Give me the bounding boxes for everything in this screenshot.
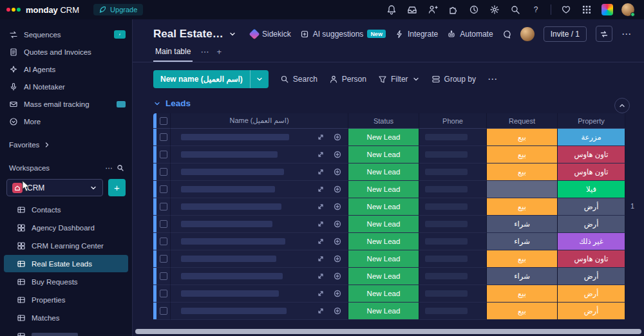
open-item-icon[interactable] xyxy=(317,133,325,141)
group-collapse-chevron-icon[interactable] xyxy=(153,100,161,107)
add-update-icon[interactable] xyxy=(334,133,341,141)
add-update-icon[interactable] xyxy=(334,185,341,193)
new-item-dropdown[interactable] xyxy=(250,70,269,88)
search-icon[interactable] xyxy=(507,2,524,17)
phone-cell[interactable] xyxy=(419,181,487,198)
property-cell[interactable]: أرض xyxy=(558,268,625,285)
name-cell[interactable] xyxy=(171,163,348,181)
collapse-header-button[interactable] xyxy=(614,98,630,113)
open-item-icon[interactable] xyxy=(317,238,325,245)
row-checkbox[interactable] xyxy=(160,307,167,315)
status-cell[interactable]: New Lead xyxy=(348,129,419,146)
board-member-avatar[interactable] xyxy=(520,27,535,41)
user-avatar[interactable] xyxy=(620,2,636,17)
group-by-tool[interactable]: Group by xyxy=(431,75,476,84)
sidebar-item-agency-dashboard[interactable]: Agency Dashboard xyxy=(4,219,128,236)
property-cell[interactable]: غير ذلك xyxy=(558,233,625,250)
sidebar-item-mass-email-tracking[interactable]: Mass email tracking xyxy=(0,95,132,113)
request-cell[interactable]: بيع xyxy=(487,129,558,146)
add-update-icon[interactable] xyxy=(334,255,341,263)
automate-button[interactable]: Automate xyxy=(447,30,493,39)
request-cell[interactable]: شراء xyxy=(487,233,558,250)
new-item-button[interactable]: New name (اسم العميل) xyxy=(153,70,269,88)
status-cell[interactable]: New Lead xyxy=(348,146,419,163)
person-filter-tool[interactable]: Person xyxy=(329,75,366,84)
row-checkbox[interactable] xyxy=(160,255,167,263)
workspace-selector[interactable]: CRM xyxy=(6,179,103,196)
row-checkbox[interactable] xyxy=(160,133,167,141)
sidebar-item-more[interactable]: More xyxy=(0,113,132,130)
name-cell[interactable] xyxy=(171,181,348,198)
add-update-icon[interactable] xyxy=(334,272,341,280)
add-update-icon[interactable] xyxy=(334,238,341,245)
row-checkbox[interactable] xyxy=(160,238,167,245)
row-checkbox[interactable] xyxy=(160,290,167,297)
property-cell[interactable]: أرض xyxy=(558,198,625,216)
phone-cell[interactable] xyxy=(419,285,487,303)
phone-cell[interactable] xyxy=(419,268,487,285)
property-cell[interactable]: تاون هاوس xyxy=(558,163,625,181)
toolbar-more-menu[interactable]: ⋯ xyxy=(488,73,497,85)
tab-more-menu[interactable]: ⋯ xyxy=(200,47,209,62)
phone-cell[interactable] xyxy=(419,303,487,320)
sidebar-item-ai-agents[interactable]: AI Agents xyxy=(0,61,132,78)
request-cell[interactable]: بيع xyxy=(487,250,558,268)
add-workspace-item-button[interactable]: + xyxy=(108,179,126,196)
row-checkbox[interactable] xyxy=(160,185,167,193)
column-header-property[interactable]: Property xyxy=(558,113,625,129)
marketplace-icon[interactable] xyxy=(445,2,462,17)
name-cell[interactable] xyxy=(171,250,348,268)
group-header[interactable]: Leads xyxy=(153,98,644,108)
property-cell[interactable]: أرض xyxy=(558,303,625,320)
horizontal-scrollbar[interactable] xyxy=(135,329,641,334)
phone-cell[interactable] xyxy=(419,163,487,181)
app-switcher-grid-icon[interactable] xyxy=(578,2,595,17)
add-update-icon[interactable] xyxy=(334,168,341,176)
sidebar-item-ai-notetaker[interactable]: AI Notetaker xyxy=(0,78,132,95)
sidebar-item-properties[interactable]: Properties xyxy=(4,291,128,308)
sidebar-item-sequences[interactable]: Sequences xyxy=(0,26,132,43)
board-chat-icon[interactable] xyxy=(502,30,511,39)
open-item-icon[interactable] xyxy=(317,151,325,158)
name-cell[interactable] xyxy=(171,198,348,216)
tab-main-table[interactable]: Main table xyxy=(153,47,193,62)
history-clock-icon[interactable] xyxy=(466,2,482,17)
status-cell[interactable]: New Lead xyxy=(348,198,419,216)
sidebar-item-crm-learning-center[interactable]: CRM Learning Center xyxy=(4,237,128,254)
integrate-button[interactable]: Integrate xyxy=(395,30,438,39)
add-update-icon[interactable] xyxy=(334,220,341,228)
sidebar-item-buy-requests[interactable]: Buy Requests xyxy=(4,273,128,290)
invite-button[interactable]: Invite / 1 xyxy=(544,26,587,42)
sidekick-button[interactable]: Sidekick xyxy=(251,30,291,39)
open-item-icon[interactable] xyxy=(317,168,325,176)
sidebar-item-real-estate-leads[interactable]: Real Estate Leads xyxy=(4,255,128,272)
status-cell[interactable]: New Lead xyxy=(348,216,419,233)
row-checkbox[interactable] xyxy=(160,220,167,228)
status-cell[interactable]: New Lead xyxy=(348,181,419,198)
open-item-icon[interactable] xyxy=(317,203,325,210)
notifications-bell-icon[interactable] xyxy=(383,2,400,17)
status-cell[interactable]: New Lead xyxy=(348,303,419,320)
row-checkbox[interactable] xyxy=(160,151,167,158)
phone-cell[interactable] xyxy=(419,250,487,268)
ai-suggestions-button[interactable]: AI suggestions New xyxy=(300,30,386,39)
open-item-icon[interactable] xyxy=(317,220,325,228)
search-tool[interactable]: Search xyxy=(280,75,317,84)
property-cell[interactable]: مزرعة xyxy=(558,129,625,146)
request-cell[interactable]: شراء xyxy=(487,268,558,285)
name-cell[interactable] xyxy=(171,303,348,320)
property-cell[interactable]: أرض xyxy=(558,285,625,303)
phone-cell[interactable] xyxy=(419,146,487,163)
status-cell[interactable]: New Lead xyxy=(348,268,419,285)
sidebar-item-matches[interactable]: Matches xyxy=(4,309,128,326)
favorites-section-toggle[interactable]: Favorites xyxy=(0,138,132,152)
name-cell[interactable] xyxy=(171,268,348,285)
name-cell[interactable] xyxy=(171,216,348,233)
property-cell[interactable]: تاون هاوس xyxy=(558,146,625,163)
row-checkbox[interactable] xyxy=(160,168,167,176)
name-cell[interactable] xyxy=(171,146,348,163)
phone-cell[interactable] xyxy=(419,233,487,250)
request-cell[interactable]: بيع xyxy=(487,198,558,216)
request-cell[interactable]: بيع xyxy=(487,146,558,163)
column-header-request[interactable]: Request xyxy=(487,113,558,129)
